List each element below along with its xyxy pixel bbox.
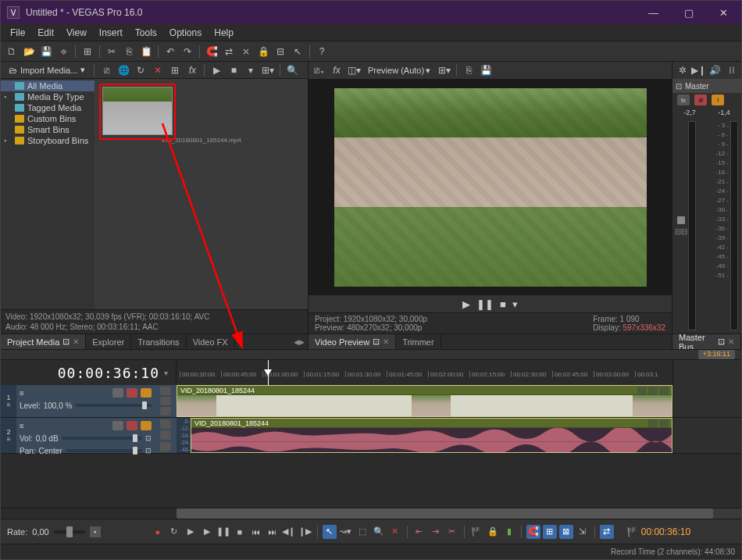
timeline-scrollbar[interactable] xyxy=(1,508,741,519)
bottom-timecode[interactable]: 🏴 00:00:36:10 xyxy=(626,526,690,537)
preview-device-icon[interactable]: ⎚▾ xyxy=(312,62,327,78)
marker-icon[interactable]: 🏴 xyxy=(469,525,483,539)
remove-unused-icon[interactable]: ↻ xyxy=(133,62,148,78)
level-value[interactable]: 100,0 % xyxy=(44,401,73,410)
redo-icon[interactable]: ↷ xyxy=(180,44,195,59)
tree-custom-bins[interactable]: Custom Bins xyxy=(1,113,95,124)
tree-smart-bins[interactable]: Smart Bins xyxy=(1,124,95,135)
ignore-grouping-icon[interactable]: ⊟ xyxy=(273,44,288,59)
rate-slider[interactable] xyxy=(54,530,85,533)
pan-slider[interactable] xyxy=(66,449,142,452)
menu-options[interactable]: Options xyxy=(163,26,208,40)
maximize-button[interactable]: ▢ xyxy=(671,1,706,24)
split-screen-icon[interactable]: ◫▾ xyxy=(346,62,362,78)
trim-start-icon[interactable]: ⇤ xyxy=(412,525,426,539)
properties-icon[interactable]: ⊞ xyxy=(80,44,95,59)
next-frame-icon[interactable]: ❙▶ xyxy=(298,525,312,539)
import-media-button[interactable]: 🗁 Import Media... ▾ xyxy=(4,63,90,77)
tab-close-icon[interactable]: ✕ xyxy=(728,337,734,346)
pin-icon[interactable]: ⊡ xyxy=(62,337,70,347)
trim-end-icon[interactable]: ⇥ xyxy=(429,525,443,539)
cut-icon[interactable]: ✂ xyxy=(104,44,120,59)
play-icon[interactable]: ▶ xyxy=(200,525,214,539)
minimize-button[interactable]: — xyxy=(636,1,671,24)
play-button[interactable]: ▶ xyxy=(462,298,470,310)
vol-slider[interactable] xyxy=(62,437,142,440)
pin-icon[interactable]: ⊡ xyxy=(373,337,380,347)
audio-track-header[interactable]: 2 ≡ ≡ Vol: xyxy=(1,418,177,453)
save-file-icon[interactable]: 💾 xyxy=(38,44,54,59)
search-media-icon[interactable]: 🔍 xyxy=(284,62,300,78)
audio-clip-area[interactable]: -6- -12- -18- -24- -48- VID_20180801_185… xyxy=(177,418,672,453)
downmix-icon[interactable]: ▶❙ xyxy=(691,62,707,78)
tab-close-icon[interactable]: ✕ xyxy=(73,337,79,346)
track-fx-icon[interactable] xyxy=(160,397,171,405)
timecode-dropdown-icon[interactable]: ▾ xyxy=(164,369,168,377)
transport-dropdown-icon[interactable]: ▾ xyxy=(512,298,518,310)
dim-icon[interactable]: 🔊 xyxy=(708,62,723,78)
envelope-tool-icon[interactable]: ↝▾ xyxy=(339,525,353,539)
track-mute-icon[interactable] xyxy=(127,388,137,398)
generated-media-icon[interactable] xyxy=(659,387,669,394)
autopreview-icon[interactable]: ▾ xyxy=(243,62,259,78)
mixer-settings-icon[interactable]: ✲ xyxy=(675,62,690,78)
video-output-fx-icon[interactable]: fx xyxy=(329,62,344,78)
menu-insert[interactable]: Insert xyxy=(93,26,129,40)
expand-icon[interactable]: ⊡ xyxy=(676,82,682,91)
media-fx-icon[interactable]: fx xyxy=(184,62,200,78)
copy-icon[interactable]: ⎘ xyxy=(121,44,137,59)
track-motion-icon[interactable] xyxy=(160,387,171,395)
close-button[interactable]: ✕ xyxy=(706,1,741,24)
timeline-ruler[interactable]: 00:00:30:00 00:00:45:00 00:01:00:00 00:0… xyxy=(177,360,672,385)
level-slider[interactable] xyxy=(75,404,152,407)
region-icon[interactable]: ▮ xyxy=(502,525,516,539)
menu-view[interactable]: View xyxy=(60,26,93,40)
tree-storyboard[interactable]: ▪ Storyboard Bins xyxy=(1,135,95,146)
video-clip[interactable]: VID_20180801_185244 xyxy=(177,385,672,417)
tab-trimmer[interactable]: Trimmer xyxy=(396,334,441,349)
event-pan-crop-icon[interactable] xyxy=(637,387,647,394)
zoom-tool-icon[interactable]: 🔍 xyxy=(372,525,386,539)
tab-project-media[interactable]: Project Media ⊡ ✕ xyxy=(1,334,86,349)
track-options-icon[interactable]: ≡ xyxy=(20,422,24,430)
autocrossfade-icon[interactable]: ⤬ xyxy=(238,44,254,59)
normal-edit-tool-icon[interactable]: ↖ xyxy=(323,525,337,539)
output-meters-icon[interactable]: ⁞⁞ xyxy=(724,62,740,78)
audio-clip[interactable]: VID_20180801_185244 xyxy=(191,418,672,453)
tab-close-icon[interactable]: ✕ xyxy=(383,337,389,346)
play-start-icon[interactable]: ▶ xyxy=(184,525,198,539)
pin-icon[interactable]: ⊡ xyxy=(718,337,725,347)
remove-media-icon[interactable]: ✕ xyxy=(150,62,166,78)
help-icon[interactable]: ? xyxy=(314,44,330,59)
master-fx-icon[interactable]: fx xyxy=(677,95,690,105)
autoripple-toggle-icon[interactable]: ⇄ xyxy=(600,525,614,539)
open-file-icon[interactable]: 📂 xyxy=(21,44,37,59)
snap-grid-icon[interactable]: ⊠ xyxy=(559,525,573,539)
quantize-icon[interactable]: ⊞ xyxy=(543,525,557,539)
track-solo-icon[interactable] xyxy=(141,388,152,398)
master-solo-icon[interactable]: ! xyxy=(712,95,724,105)
capture-icon[interactable]: ⎚ xyxy=(98,62,114,78)
vol-value[interactable]: 0,0 dB xyxy=(36,434,59,443)
snap-enable-icon[interactable]: 🧲 xyxy=(526,525,540,539)
event-fx-icon[interactable] xyxy=(648,387,658,394)
loop-icon[interactable]: ↻ xyxy=(167,525,181,539)
pause-button[interactable]: ❚❚ xyxy=(476,298,494,310)
save-snapshot-icon[interactable]: 💾 xyxy=(478,62,494,78)
tab-transitions[interactable]: Transitions xyxy=(131,334,186,349)
views-icon[interactable]: ⊞▾ xyxy=(260,62,276,78)
rate-reset-icon[interactable]: ▪ xyxy=(90,526,101,537)
tree-by-type[interactable]: ▪ Media By Type xyxy=(1,91,95,102)
automation-icon[interactable] xyxy=(160,442,171,451)
media-properties-icon[interactable]: ⊞ xyxy=(167,62,183,78)
prev-frame-icon[interactable]: ◀❙ xyxy=(282,525,296,539)
video-track-header[interactable]: 1 ≡ ≡ Level: xyxy=(1,385,177,417)
event-fx-icon[interactable] xyxy=(648,419,658,427)
autoripple-icon[interactable]: ⇄ xyxy=(221,44,237,59)
scroll-thumb[interactable] xyxy=(177,508,713,519)
new-file-icon[interactable]: 🗋 xyxy=(4,44,20,59)
render-icon[interactable]: ⎆ xyxy=(55,44,71,59)
rate-value[interactable]: 0,00 xyxy=(32,527,48,537)
fader-link-icon[interactable]: ⊟⊟ xyxy=(675,227,687,236)
stop-icon[interactable]: ■ xyxy=(233,525,247,539)
